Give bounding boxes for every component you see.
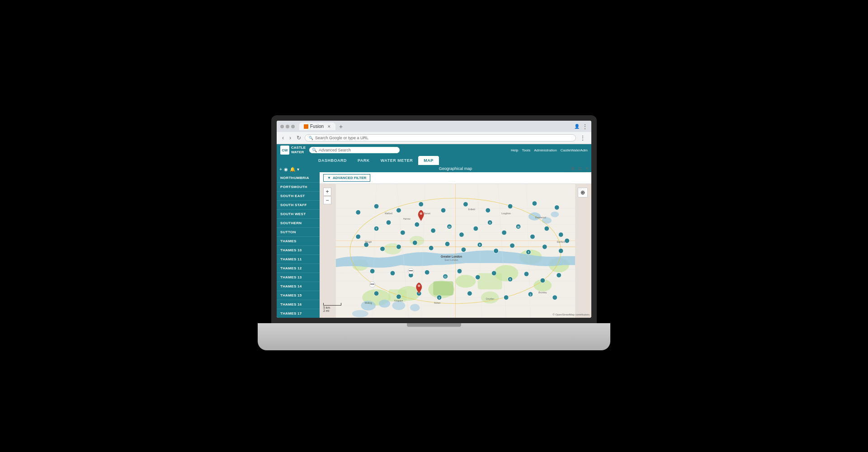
svg-point-55	[558, 232, 563, 237]
svg-point-81	[374, 291, 379, 296]
address-bar[interactable]: 🔍 Search Google or type a URL	[305, 134, 576, 141]
map-close-button[interactable]: ✕	[584, 166, 590, 171]
address-text: Search Google or type a URL	[315, 136, 368, 140]
sidebar-item-thames-12[interactable]: THAMES 12	[277, 264, 320, 273]
browser-window-controls	[280, 125, 295, 128]
sidebar-item-south-staff[interactable]: SOUTH STAFF	[277, 201, 320, 210]
sidebar-item-thames-10[interactable]: THAMES 10	[277, 246, 320, 255]
tab-water-meter[interactable]: WATER METER	[375, 156, 418, 165]
svg-point-68	[558, 249, 563, 254]
sidebar-item-portsmouth[interactable]: PORTSMOUTH	[277, 183, 320, 192]
tab-favicon	[304, 124, 308, 129]
svg-point-93	[396, 208, 401, 213]
app-topbar: CW CASTLE WATER 🔍 Help Tools Administrat	[277, 144, 591, 156]
map-toolbar: ▼ ADVANCED FILTER	[320, 172, 591, 184]
svg-text:Watford: Watford	[385, 212, 392, 215]
svg-point-99	[532, 201, 537, 206]
browser-options-button[interactable]: ⋮	[578, 133, 588, 142]
administration-button[interactable]: Administration	[534, 148, 557, 152]
back-button[interactable]: ‹	[280, 134, 286, 142]
sidebar-item-thames-15[interactable]: THAMES 15	[277, 291, 320, 300]
sidebar-item-southern[interactable]: SOUTHERN	[277, 219, 320, 228]
sidebar-item-northumbria[interactable]: NORTHUMBRIA	[277, 174, 320, 183]
browser-title-bar: Fusion ✕ + 👤 ⋮	[277, 121, 591, 132]
zoom-in-button[interactable]: +	[323, 188, 331, 196]
filter-icon[interactable]: ▾	[297, 167, 299, 172]
refresh-button[interactable]: ↻	[295, 134, 303, 142]
map-layer-button[interactable]: ⊕	[578, 188, 588, 198]
svg-point-80	[557, 273, 561, 278]
forward-button[interactable]: ›	[288, 134, 293, 142]
svg-point-95	[441, 208, 446, 213]
svg-point-58	[396, 245, 401, 250]
svg-text:Harrow: Harrow	[403, 218, 410, 220]
svg-text:14: 14	[448, 226, 451, 228]
sidebar-item-thames-11[interactable]: THAMES 11	[277, 255, 320, 264]
user-menu-button[interactable]: CastleWaterAdm	[561, 148, 588, 152]
svg-rect-8	[433, 281, 453, 295]
sidebar-item-thames[interactable]: THAMES	[277, 237, 320, 246]
tab-close-button[interactable]: ✕	[327, 124, 331, 129]
svg-text:16: 16	[517, 226, 519, 228]
sidebar-item-south-west[interactable]: SOUTH WEST	[277, 210, 320, 219]
search-input[interactable]	[319, 148, 397, 152]
svg-point-45	[415, 222, 420, 227]
map-controls: + −	[323, 188, 331, 204]
app-logo: CW CASTLE WATER	[280, 146, 306, 155]
tab-dashboard[interactable]: DASHBOARD	[313, 156, 352, 165]
sidebar-item-thames-14[interactable]: THAMES 14	[277, 282, 320, 291]
svg-point-82	[396, 294, 401, 299]
select-tool-button[interactable]: ◉	[284, 167, 288, 172]
main-content: + ◉ 🔔 ▾ NORTHUMBRIA PORTSMOUTH SOUTH EAS…	[277, 165, 591, 318]
svg-point-112	[420, 212, 422, 215]
browser-tab[interactable]: Fusion ✕	[299, 122, 335, 130]
window-close-dot	[280, 125, 284, 128]
new-tab-button[interactable]: +	[339, 123, 343, 130]
map-expand-button[interactable]: ⊡	[577, 166, 583, 171]
advanced-filter-label: ADVANCED FILTER	[333, 176, 366, 180]
svg-point-20	[352, 310, 368, 317]
svg-point-51	[502, 230, 507, 235]
filter-funnel-icon: ▼	[327, 176, 331, 180]
advanced-filter-button[interactable]: ▼ ADVANCED FILTER	[323, 174, 370, 182]
sidebar-item-thames-16[interactable]: THAMES 16	[277, 300, 320, 309]
sidebar-item-thames-13[interactable]: THAMES 13	[277, 273, 320, 282]
svg-text:Brentwood: Brentwood	[535, 217, 546, 219]
add-tool-button[interactable]: +	[279, 167, 282, 172]
svg-point-57	[380, 246, 385, 251]
svg-point-75	[475, 275, 480, 280]
svg-text:Bromley: Bromley	[538, 292, 547, 294]
svg-point-113	[418, 284, 420, 287]
scale-label-mi: 2 mi	[323, 309, 341, 312]
laptop-hinge	[407, 323, 461, 327]
svg-point-89	[565, 238, 570, 243]
svg-point-60	[429, 245, 434, 250]
sidebar-item-thames-17[interactable]: THAMES 17	[277, 309, 320, 318]
sidebar-item-south-east[interactable]: SOUTH EAST	[277, 192, 320, 201]
zoom-out-button[interactable]: −	[323, 196, 331, 204]
map-watermark: © OpenStreetMap contributors	[553, 313, 590, 316]
map-view[interactable]: 7 14 5 16 8 3 11 6 9 4 2	[320, 184, 591, 318]
tab-park[interactable]: PARK	[352, 156, 375, 165]
svg-point-91	[356, 210, 361, 215]
browser-menu-button[interactable]: ⋮	[582, 123, 588, 130]
bell-icon[interactable]: 🔔	[290, 167, 295, 172]
svg-point-98	[508, 204, 513, 209]
svg-text:Loughton: Loughton	[501, 212, 511, 215]
svg-point-100	[554, 205, 559, 210]
tab-title: Fusion	[310, 124, 324, 129]
browser-profile-button[interactable]: 👤	[574, 124, 580, 129]
svg-text:Croydon: Croydon	[486, 298, 494, 300]
scale-bar-km	[323, 303, 341, 306]
logo-text: CASTLE WATER	[291, 146, 306, 154]
search-bar[interactable]: 🔍	[309, 147, 400, 153]
svg-point-53	[530, 234, 535, 239]
tab-map[interactable]: MAP	[418, 156, 439, 165]
svg-point-70	[390, 271, 395, 276]
sidebar-item-sutton[interactable]: SUTTON	[277, 228, 320, 237]
window-maximize-dot	[291, 125, 295, 128]
help-button[interactable]: Help	[511, 148, 518, 152]
tools-button[interactable]: Tools	[522, 148, 530, 152]
map-minimize-button[interactable]: ⊞	[570, 166, 576, 171]
svg-point-96	[463, 202, 468, 207]
